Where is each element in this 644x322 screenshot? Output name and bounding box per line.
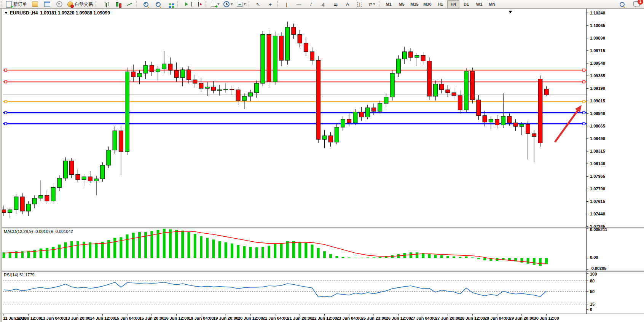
timeframe-d1[interactable]: D1 [460,0,472,8]
svg-text:1.10240: 1.10240 [590,11,605,15]
svg-text:27 Jun 20:00: 27 Jun 20:00 [435,316,460,320]
auto-scroll-button[interactable] [181,0,192,8]
toolbar-grip [96,1,98,7]
text-label-button[interactable]: T [354,0,365,8]
timeframe-w1[interactable]: W1 [473,0,485,8]
svg-text:1.09015: 1.09015 [590,99,605,103]
crosshair-button[interactable]: + [265,0,276,8]
toolbar-grip [249,1,251,7]
autotrade-label: 自动交易 [75,1,93,8]
svg-text:1.07615: 1.07615 [590,199,605,204]
svg-text:80: 80 [590,279,595,283]
bar-chart-button[interactable] [99,0,111,8]
vertical-line-button[interactable]: | [281,0,292,8]
indicators-icon [211,2,216,7]
line-handle[interactable] [583,112,585,114]
svg-text:1.10065: 1.10065 [590,23,605,28]
svg-text:0.005211: 0.005211 [590,227,607,232]
svg-text:1.07790: 1.07790 [590,187,605,191]
svg-text:19 Jun 20:00: 19 Jun 20:00 [213,316,238,320]
equidistant-channel-icon: ∕∕E [322,2,324,7]
svg-text:1.09540: 1.09540 [590,61,605,65]
text-button[interactable]: A [342,0,353,8]
horizontal-line-button[interactable]: — [293,0,304,8]
line-handle[interactable] [583,81,585,83]
indicators-button[interactable] [209,0,221,8]
arrows-icon: ⇄ [368,2,372,7]
svg-text:50: 50 [590,289,595,294]
svg-text:1.08140: 1.08140 [590,161,605,166]
svg-text:25 Jun 23:00: 25 Jun 23:00 [361,316,386,320]
line-handle[interactable] [5,81,7,83]
svg-text:1.09890: 1.09890 [590,36,605,40]
chart-background [0,9,644,322]
chart-window-button[interactable] [41,0,53,8]
autotrade-icon [67,2,73,7]
svg-text:-0.00205: -0.00205 [590,266,606,271]
bar-chart-icon [105,2,105,6]
toolbar-grip [1,1,3,7]
svg-text:27 Jun 04:00: 27 Jun 04:00 [411,316,436,320]
new-order-button[interactable]: 新订单 [5,0,29,8]
ohlc-values: 1.09181 1.09220 1.09088 1.09099 [40,10,110,16]
tile-windows-button[interactable] [164,0,176,8]
svg-text:29 Jun 20:00: 29 Jun 20:00 [509,316,534,320]
svg-text:100: 100 [590,272,597,276]
periods-button[interactable] [222,0,234,8]
chart-window[interactable]: 1.102401.100651.098901.097151.095401.093… [0,9,644,322]
collapse-icon[interactable] [5,12,8,14]
svg-text:1.08840: 1.08840 [590,111,605,116]
svg-text:1.08665: 1.08665 [590,124,605,128]
svg-text:1.08315: 1.08315 [590,149,605,153]
zoom-out-button[interactable]: − [152,0,164,8]
toolbar-grip [177,1,180,7]
window-edge [0,9,2,322]
svg-text:0: 0 [590,307,592,312]
svg-text:1.09190: 1.09190 [590,86,605,91]
autotrade-button[interactable]: 自动交易 [66,0,94,8]
line-handle[interactable] [583,100,585,103]
svg-text:1.07965: 1.07965 [590,174,605,179]
clock-icon [223,1,230,7]
svg-text:14 Jun 12:00: 14 Jun 12:00 [90,316,115,320]
chevron-down-icon [231,3,233,5]
new-order-icon [6,1,12,8]
equidistant-channel-button[interactable]: ∕∕E [317,0,329,8]
candlestick-chart[interactable]: 1.102401.100651.098901.097151.095401.093… [0,9,644,322]
search-button[interactable] [616,0,628,8]
timeframe-h4[interactable]: H4 [447,0,459,8]
line-handle[interactable] [583,123,585,125]
line-handle[interactable] [5,100,7,103]
fibonacci-button[interactable]: ≣F [330,0,341,8]
line-handle[interactable] [5,69,7,71]
chevron-down-icon [244,3,246,5]
line-handle[interactable] [5,112,7,114]
arrows-button[interactable]: ⇄ [366,0,378,8]
chart-shift-button[interactable] [193,0,204,8]
chat-button[interactable]: 1 [633,1,640,8]
line-handle[interactable] [583,69,585,71]
timeframe-m15[interactable]: M15 [408,0,421,8]
trendline-button[interactable]: / [305,0,317,8]
timeframe-mn[interactable]: MN [486,0,498,8]
quotes-button[interactable] [29,0,41,8]
line-chart-button[interactable] [124,0,135,8]
candlestick-chart-button[interactable] [112,0,123,8]
signals-button[interactable] [54,0,65,8]
templates-button[interactable] [235,0,247,8]
svg-text:20 Jun 12:00: 20 Jun 12:00 [238,316,263,320]
timeframe-m1[interactable]: M1 [383,0,395,8]
chart-title: EURUSD-,H4 1.09181 1.09220 1.09088 1.090… [5,10,110,16]
timeframe-h1[interactable]: H1 [434,0,446,8]
crosshair-icon: + [269,2,272,7]
svg-text:13 Jun 20:00: 13 Jun 20:00 [65,316,90,320]
cursor-button[interactable]: ↖ [252,0,264,8]
line-handle[interactable] [5,123,7,125]
toolbar-grip [206,1,208,7]
text-label-icon: T [357,2,362,7]
timeframe-m5[interactable]: M5 [395,0,408,8]
timeframe-m30[interactable]: M30 [421,0,434,8]
zoom-in-button[interactable]: + [140,0,151,8]
trendline-icon: / [310,2,312,7]
rsi-label: RSI(14) 51.1779 [4,273,35,277]
